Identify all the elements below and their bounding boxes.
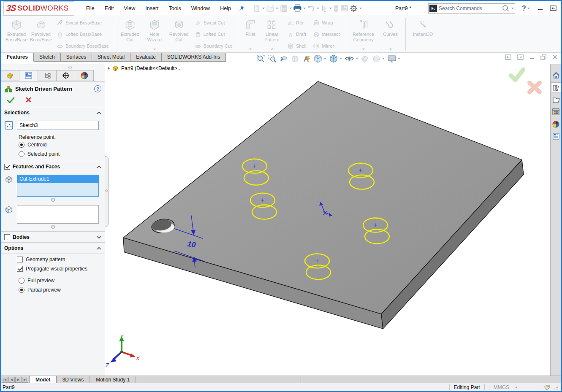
- extruded-cut-button[interactable]: Extruded Cut: [118, 17, 142, 51]
- confirm-ok-button[interactable]: [508, 68, 526, 83]
- rib-button[interactable]: Rib: [285, 19, 308, 27]
- swept-cut-button[interactable]: Swept Cut: [193, 19, 233, 27]
- options-list-button[interactable]: [340, 3, 349, 13]
- zoom-to-area-icon[interactable]: [267, 54, 277, 64]
- previous-view-icon[interactable]: [279, 54, 288, 64]
- list-resize-handle[interactable]: [51, 225, 55, 229]
- tab-sheet-metal[interactable]: Sheet Metal: [92, 53, 130, 62]
- linear-pattern-button[interactable]: Linear Pattern: [260, 17, 284, 51]
- curves-caret[interactable]: [389, 49, 392, 50]
- minimize-button[interactable]: [538, 5, 543, 11]
- propagate-visual-checkbox[interactable]: [17, 266, 23, 272]
- feature-manager-tab[interactable]: [1, 70, 19, 81]
- centroid-radio-row[interactable]: Centroid: [1, 140, 105, 149]
- help-button[interactable]: ?: [522, 5, 530, 12]
- search-options-caret[interactable]: [511, 8, 514, 9]
- wrap-button[interactable]: Wrap: [311, 19, 341, 27]
- faces-list[interactable]: [17, 205, 99, 224]
- pm-help-icon[interactable]: ?: [94, 85, 101, 92]
- units-selector[interactable]: MMGS: [494, 384, 518, 390]
- centroid-radio[interactable]: [19, 142, 24, 148]
- dimxpert-manager-tab[interactable]: [57, 70, 75, 81]
- mirror-button[interactable]: Mirror: [311, 42, 341, 50]
- bodies-checkbox[interactable]: [4, 234, 10, 240]
- pane-right-icon[interactable]: [517, 54, 524, 60]
- tab-bar-splitter[interactable]: [301, 376, 301, 383]
- panel-splitter-grip[interactable]: [68, 66, 72, 69]
- doc-restore-icon[interactable]: [540, 54, 546, 60]
- swept-boss-button[interactable]: Swept Boss/Base: [55, 19, 111, 27]
- property-manager-tab[interactable]: [19, 70, 38, 81]
- select-cursor-button[interactable]: [320, 4, 332, 13]
- intersect-button[interactable]: Intersect: [311, 31, 341, 38]
- new-document-button[interactable]: [252, 3, 265, 14]
- model-tab[interactable]: Model: [29, 376, 57, 383]
- pin-menu-icon[interactable]: [239, 5, 244, 11]
- lofted-cut-button[interactable]: Lofted Cut: [193, 31, 233, 38]
- display-style-icon[interactable]: [329, 54, 342, 64]
- selected-point-radio-row[interactable]: Selected point: [1, 149, 105, 161]
- confirm-cancel-button[interactable]: [527, 80, 543, 95]
- menu-window[interactable]: Window: [186, 4, 215, 13]
- hide-show-items-icon[interactable]: [344, 54, 358, 64]
- tree-expand-icon[interactable]: [108, 67, 110, 70]
- menu-view[interactable]: View: [119, 4, 140, 13]
- panel-flyout-handle[interactable]: [105, 156, 109, 227]
- edit-appearance-icon[interactable]: [360, 54, 370, 64]
- doc-minimize-icon[interactable]: [529, 55, 535, 60]
- apply-scene-icon[interactable]: [372, 54, 385, 64]
- search-icon[interactable]: [502, 4, 510, 13]
- fillet-caret[interactable]: [249, 49, 252, 50]
- selected-point-radio[interactable]: [19, 151, 24, 157]
- design-library-icon[interactable]: [551, 82, 561, 92]
- bodies-group-header[interactable]: Bodies: [1, 232, 105, 243]
- open-button[interactable]: [266, 3, 279, 14]
- tab-evaluate[interactable]: Evaluate: [130, 53, 162, 62]
- tab-sketch[interactable]: Sketch: [34, 53, 61, 62]
- settings-gear-button[interactable]: [349, 3, 362, 14]
- partial-preview-radio[interactable]: [19, 287, 24, 293]
- features-faces-checkbox[interactable]: [4, 164, 10, 170]
- rebuild-button[interactable]: [333, 3, 339, 14]
- options-group-header[interactable]: Options: [1, 243, 105, 254]
- view-palette-icon[interactable]: [551, 107, 561, 117]
- reference-sketch-input[interactable]: [17, 121, 99, 130]
- print-button[interactable]: [293, 3, 306, 14]
- search-commands-box[interactable]: [428, 3, 515, 14]
- list-resize-handle[interactable]: [51, 198, 55, 202]
- full-preview-radio[interactable]: [19, 278, 24, 284]
- curves-button[interactable]: Curves: [378, 17, 403, 51]
- reference-geometry-button[interactable]: Reference Geometry: [349, 17, 378, 51]
- partial-preview-row[interactable]: Partial preview: [1, 285, 105, 295]
- features-list[interactable]: Cut-Extrude1: [17, 175, 99, 197]
- 3d-views-tab[interactable]: 3D Views: [57, 376, 90, 383]
- boundary-boss-button[interactable]: Boundary Boss/Base: [55, 42, 111, 50]
- configuration-manager-tab[interactable]: [38, 70, 57, 81]
- selections-group-header[interactable]: Selections: [1, 107, 105, 118]
- previous-tab-button[interactable]: ◀: [8, 377, 15, 383]
- revolved-cut-button[interactable]: Revolved Cut: [167, 17, 191, 51]
- view-orientation-icon[interactable]: [313, 54, 327, 64]
- extruded-boss-button[interactable]: Extruded Boss/Base: [4, 17, 29, 51]
- search-input[interactable]: [437, 5, 502, 11]
- shell-button[interactable]: Shell: [285, 42, 308, 50]
- revolved-boss-button[interactable]: Revolved Boss/Base: [29, 17, 53, 51]
- menu-tools[interactable]: Tools: [164, 4, 186, 13]
- features-faces-group-header[interactable]: Features and Faces: [1, 161, 105, 172]
- tag-icon[interactable]: [543, 384, 550, 390]
- pm-cancel-button[interactable]: [26, 97, 31, 103]
- tab-solidworks-add-ins[interactable]: SOLIDWORKS Add-Ins: [162, 53, 226, 62]
- instant3d-button[interactable]: Instant3D: [408, 17, 438, 51]
- reference-geometry-caret[interactable]: [362, 49, 365, 50]
- propagate-visual-row[interactable]: Propagate visual properties: [1, 264, 105, 273]
- fillet-button[interactable]: Fillet: [241, 17, 260, 51]
- hole-wizard-button[interactable]: Hole Wizard: [142, 17, 167, 51]
- geometry-pattern-checkbox[interactable]: [17, 257, 23, 262]
- resize-grip[interactable]: [554, 385, 559, 389]
- home-icon[interactable]: [551, 70, 561, 80]
- menu-file[interactable]: File: [81, 4, 100, 13]
- linear-pattern-caret[interactable]: [271, 49, 273, 50]
- restore-panes-button[interactable]: [550, 5, 557, 11]
- display-manager-tab[interactable]: [75, 70, 94, 81]
- section-view-icon[interactable]: [290, 54, 300, 64]
